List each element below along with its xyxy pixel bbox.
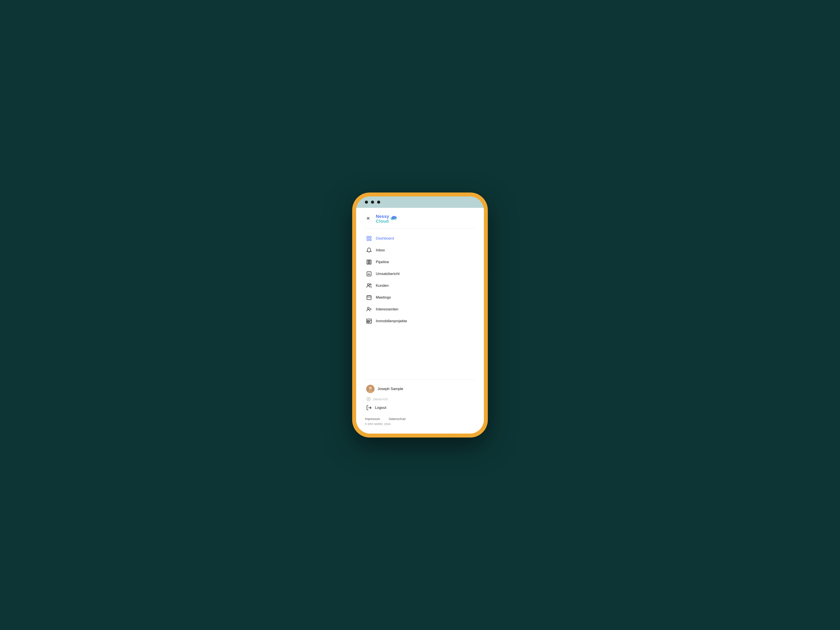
nav-item-dashboard[interactable]: Dashboard xyxy=(365,232,475,244)
nav-label-interessenten: Interessenten xyxy=(376,307,398,311)
content-area: Nessy Cloud xyxy=(356,208,484,434)
chart-icon xyxy=(366,271,372,277)
status-dot-3 xyxy=(377,201,380,204)
svg-point-24 xyxy=(367,307,369,309)
nav-label-inbox: Inbox xyxy=(376,248,385,253)
logout-icon xyxy=(366,405,372,411)
user-plus-icon xyxy=(366,306,372,312)
svg-point-18 xyxy=(367,284,369,286)
nav-item-umsatzbericht[interactable]: Umsatzbericht xyxy=(365,268,475,280)
phone-frame: Nessy Cloud xyxy=(352,193,488,437)
nav-item-meetings[interactable]: Meetings xyxy=(365,292,475,303)
header: Nessy Cloud xyxy=(365,214,475,229)
logo-cloud: Cloud xyxy=(376,219,389,224)
svg-rect-7 xyxy=(367,236,369,238)
nav-label-umsatzbericht: Umsatzbericht xyxy=(376,272,399,276)
user-name: Joseph Sample xyxy=(377,387,403,391)
svg-point-35 xyxy=(367,397,371,401)
footer: Impressum Datenschutz © DFK NORD. 2024 xyxy=(365,413,475,426)
svg-rect-27 xyxy=(366,319,371,323)
nav-label-immobilienprojekte: Immobilienprojekte xyxy=(376,319,407,323)
svg-point-6 xyxy=(396,217,397,218)
logo: Nessy Cloud xyxy=(376,214,397,224)
phone-screen: Nessy Cloud xyxy=(356,196,484,434)
svg-rect-20 xyxy=(367,295,371,300)
bell-icon xyxy=(366,248,372,253)
user-section: Joseph Sample Demo-GS xyxy=(365,382,475,413)
logo-nessy: Nessy xyxy=(376,214,389,219)
nav-item-pipeline[interactable]: Pipeline xyxy=(365,256,475,268)
users-icon xyxy=(366,283,372,289)
company-name: Demo-GS xyxy=(373,397,388,401)
building-icon xyxy=(366,318,372,324)
svg-rect-31 xyxy=(367,321,368,322)
pipeline-icon xyxy=(366,259,372,265)
svg-point-33 xyxy=(369,387,372,390)
svg-rect-11 xyxy=(367,260,368,264)
location-icon xyxy=(366,396,371,401)
logo-text: Nessy Cloud xyxy=(376,214,389,224)
svg-rect-13 xyxy=(370,260,371,264)
avatar xyxy=(366,385,374,393)
logo-icon xyxy=(390,215,397,222)
nav-item-interessenten[interactable]: Interessenten xyxy=(365,303,475,315)
nav-item-inbox[interactable]: Inbox xyxy=(365,244,475,256)
nav-label-dashboard: Dashboard xyxy=(376,236,394,241)
svg-rect-12 xyxy=(368,260,369,264)
footer-links: Impressum Datenschutz xyxy=(365,417,475,421)
logout-row[interactable]: Logout xyxy=(365,403,475,413)
calendar-icon xyxy=(366,295,372,300)
nav-item-kunden[interactable]: Kunden xyxy=(365,280,475,292)
avatar-image xyxy=(366,385,374,393)
dashboard-icon xyxy=(366,235,372,241)
svg-rect-30 xyxy=(369,321,370,322)
status-bar xyxy=(356,196,484,208)
status-dot-1 xyxy=(365,201,368,204)
svg-point-36 xyxy=(368,398,369,399)
user-row[interactable]: Joseph Sample xyxy=(365,382,475,395)
svg-point-19 xyxy=(370,284,371,285)
logout-label: Logout xyxy=(375,406,386,410)
nav-label-meetings: Meetings xyxy=(376,295,391,300)
nav-label-kunden: Kunden xyxy=(376,284,389,288)
footer-copyright: © DFK NORD. 2024 xyxy=(365,422,475,426)
close-button[interactable] xyxy=(365,215,371,223)
impressum-link[interactable]: Impressum xyxy=(365,417,380,421)
company-row: Demo-GS xyxy=(365,395,475,403)
svg-rect-8 xyxy=(369,236,371,238)
svg-rect-10 xyxy=(369,239,371,241)
nav-menu: Dashboard Inbox xyxy=(365,232,475,377)
status-dot-2 xyxy=(371,201,374,204)
nav-item-immobilienprojekte[interactable]: Immobilienprojekte xyxy=(365,315,475,327)
nav-label-pipeline: Pipeline xyxy=(376,260,389,264)
datenschutz-link[interactable]: Datenschutz xyxy=(389,417,406,421)
svg-rect-9 xyxy=(367,239,369,241)
